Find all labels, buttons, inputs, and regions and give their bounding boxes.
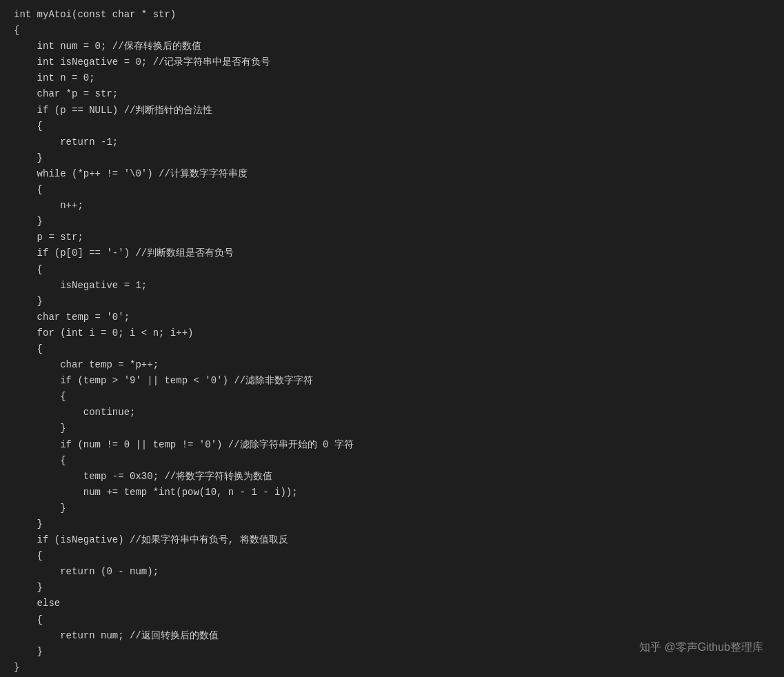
code-line: num += temp *int(pow(10, n - 1 - i));: [14, 485, 770, 501]
code-line: n++;: [14, 198, 770, 214]
code-line: char temp = '0';: [14, 310, 770, 325]
code-line: if (temp > '9' || temp < '0') //滤除非数字字符: [14, 373, 770, 389]
code-line: int myAtoi(const char * str): [14, 7, 770, 23]
watermark: 知乎 @零声Github整理库: [639, 638, 763, 656]
code-line: return -1;: [14, 134, 770, 150]
code-line: continue;: [14, 405, 770, 421]
code-line: }: [14, 294, 770, 310]
code-line: }: [14, 516, 770, 532]
code-line: }: [14, 580, 770, 596]
code-line: isNegative = 1;: [14, 278, 770, 294]
code-line: return (0 - num);: [14, 564, 770, 580]
code-line: }: [14, 150, 770, 166]
code-block: int myAtoi(const char * str){ int num = …: [14, 7, 770, 676]
code-line: int n = 0;: [14, 70, 770, 86]
code-line: {: [14, 182, 770, 198]
code-line: if (p == NULL) //判断指针的合法性: [14, 103, 770, 119]
code-line: {: [14, 119, 770, 134]
code-line: {: [14, 612, 770, 628]
code-line: {: [14, 548, 770, 564]
code-line: {: [14, 262, 770, 278]
code-line: }: [14, 660, 770, 676]
code-line: else: [14, 596, 770, 612]
code-line: char temp = *p++;: [14, 357, 770, 373]
code-line: {: [14, 23, 770, 39]
code-line: if (isNegative) //如果字符串中有负号, 将数值取反: [14, 532, 770, 548]
code-line: {: [14, 341, 770, 357]
code-line: if (p[0] == '-') //判断数组是否有负号: [14, 245, 770, 261]
code-line: while (*p++ != '\0') //计算数字字符串度: [14, 166, 770, 182]
code-line: }: [14, 214, 770, 230]
code-line: int isNegative = 0; //记录字符串中是否有负号: [14, 54, 770, 70]
code-line: temp -= 0x30; //将数字字符转换为数值: [14, 469, 770, 485]
code-line: for (int i = 0; i < n; i++): [14, 325, 770, 341]
code-line: }: [14, 501, 770, 516]
code-line: int num = 0; //保存转换后的数值: [14, 39, 770, 54]
code-line: {: [14, 453, 770, 469]
code-line: char *p = str;: [14, 86, 770, 102]
code-line: if (num != 0 || temp != '0') //滤除字符串开始的 …: [14, 437, 770, 453]
code-line: }: [14, 421, 770, 436]
code-line: {: [14, 389, 770, 405]
code-line: p = str;: [14, 230, 770, 245]
